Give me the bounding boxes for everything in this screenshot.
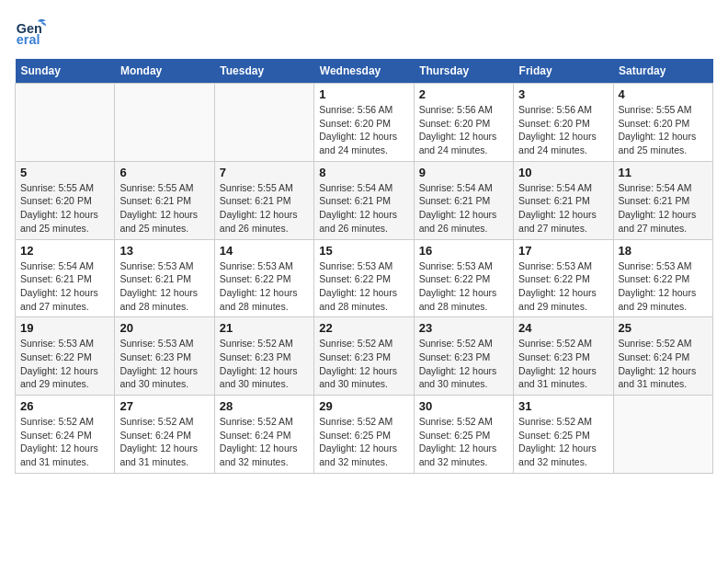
page-header: Gen eral	[15, 15, 713, 48]
day-info: Sunrise: 5:53 AM Sunset: 6:22 PM Dayligh…	[518, 259, 608, 314]
day-info: Sunrise: 5:52 AM Sunset: 6:23 PM Dayligh…	[419, 337, 508, 391]
day-number: 16	[419, 244, 508, 258]
calendar-cell: 26Sunrise: 5:52 AM Sunset: 6:24 PM Dayli…	[16, 396, 115, 474]
calendar-cell: 28Sunrise: 5:52 AM Sunset: 6:24 PM Dayli…	[214, 396, 313, 474]
day-info: Sunrise: 5:52 AM Sunset: 6:23 PM Dayligh…	[518, 337, 608, 391]
calendar-cell: 30Sunrise: 5:52 AM Sunset: 6:25 PM Dayli…	[414, 396, 513, 474]
logo: Gen eral	[15, 15, 50, 48]
calendar-cell: 23Sunrise: 5:52 AM Sunset: 6:23 PM Dayli…	[414, 317, 513, 396]
day-info: Sunrise: 5:56 AM Sunset: 6:20 PM Dayligh…	[319, 103, 408, 157]
col-monday: Monday	[115, 59, 214, 84]
calendar-cell: 25Sunrise: 5:52 AM Sunset: 6:24 PM Dayli…	[613, 317, 712, 396]
day-number: 29	[319, 399, 408, 413]
day-info: Sunrise: 5:55 AM Sunset: 6:20 PM Dayligh…	[20, 181, 109, 236]
day-number: 24	[518, 321, 608, 335]
day-number: 12	[20, 244, 109, 258]
calendar-cell: 18Sunrise: 5:53 AM Sunset: 6:22 PM Dayli…	[613, 239, 712, 317]
day-number: 19	[20, 321, 109, 335]
logo-icon: Gen eral	[15, 15, 48, 48]
day-number: 3	[518, 87, 608, 101]
calendar-cell: 19Sunrise: 5:53 AM Sunset: 6:22 PM Dayli…	[16, 317, 115, 396]
day-info: Sunrise: 5:52 AM Sunset: 6:24 PM Dayligh…	[20, 415, 109, 469]
day-info: Sunrise: 5:52 AM Sunset: 6:23 PM Dayligh…	[319, 337, 408, 391]
day-info: Sunrise: 5:55 AM Sunset: 6:20 PM Dayligh…	[619, 103, 708, 157]
col-tuesday: Tuesday	[214, 59, 313, 84]
day-number: 1	[319, 87, 408, 101]
day-number: 10	[518, 166, 608, 179]
day-info: Sunrise: 5:54 AM Sunset: 6:21 PM Dayligh…	[518, 181, 608, 236]
day-number: 9	[419, 166, 508, 179]
day-info: Sunrise: 5:52 AM Sunset: 6:23 PM Dayligh…	[220, 337, 309, 391]
calendar-cell: 4Sunrise: 5:55 AM Sunset: 6:20 PM Daylig…	[613, 84, 712, 162]
day-number: 22	[319, 321, 408, 335]
col-thursday: Thursday	[414, 59, 513, 84]
week-row-1: 1Sunrise: 5:56 AM Sunset: 6:20 PM Daylig…	[16, 84, 713, 162]
day-info: Sunrise: 5:54 AM Sunset: 6:21 PM Dayligh…	[319, 181, 408, 236]
day-number: 8	[319, 166, 408, 179]
day-info: Sunrise: 5:53 AM Sunset: 6:21 PM Dayligh…	[119, 259, 209, 314]
day-info: Sunrise: 5:52 AM Sunset: 6:25 PM Dayligh…	[419, 415, 508, 469]
calendar-table: Sunday Monday Tuesday Wednesday Thursday…	[15, 59, 713, 474]
weekday-header-row: Sunday Monday Tuesday Wednesday Thursday…	[16, 59, 713, 84]
day-number: 2	[419, 87, 508, 101]
day-info: Sunrise: 5:52 AM Sunset: 6:25 PM Dayligh…	[518, 415, 608, 469]
calendar-cell: 12Sunrise: 5:54 AM Sunset: 6:21 PM Dayli…	[16, 239, 115, 317]
calendar-cell: 17Sunrise: 5:53 AM Sunset: 6:22 PM Dayli…	[514, 239, 613, 317]
calendar-cell: 20Sunrise: 5:53 AM Sunset: 6:23 PM Dayli…	[115, 317, 214, 396]
calendar-cell: 22Sunrise: 5:52 AM Sunset: 6:23 PM Dayli…	[314, 317, 414, 396]
calendar-cell: 5Sunrise: 5:55 AM Sunset: 6:20 PM Daylig…	[16, 161, 115, 239]
calendar-cell: 10Sunrise: 5:54 AM Sunset: 6:21 PM Dayli…	[514, 161, 613, 239]
calendar-cell	[613, 396, 712, 474]
day-number: 25	[619, 321, 708, 335]
week-row-2: 5Sunrise: 5:55 AM Sunset: 6:20 PM Daylig…	[16, 161, 713, 239]
col-friday: Friday	[514, 59, 613, 84]
day-info: Sunrise: 5:55 AM Sunset: 6:21 PM Dayligh…	[119, 181, 209, 236]
col-saturday: Saturday	[613, 59, 712, 84]
week-row-4: 19Sunrise: 5:53 AM Sunset: 6:22 PM Dayli…	[16, 317, 713, 396]
day-number: 6	[119, 166, 209, 179]
day-info: Sunrise: 5:53 AM Sunset: 6:22 PM Dayligh…	[20, 337, 109, 391]
week-row-3: 12Sunrise: 5:54 AM Sunset: 6:21 PM Dayli…	[16, 239, 713, 317]
calendar-cell: 3Sunrise: 5:56 AM Sunset: 6:20 PM Daylig…	[514, 84, 613, 162]
day-info: Sunrise: 5:54 AM Sunset: 6:21 PM Dayligh…	[619, 181, 708, 236]
day-number: 27	[119, 399, 209, 413]
calendar-cell: 8Sunrise: 5:54 AM Sunset: 6:21 PM Daylig…	[314, 161, 414, 239]
calendar-cell: 29Sunrise: 5:52 AM Sunset: 6:25 PM Dayli…	[314, 396, 414, 474]
day-number: 31	[518, 399, 608, 413]
week-row-5: 26Sunrise: 5:52 AM Sunset: 6:24 PM Dayli…	[16, 396, 713, 474]
day-info: Sunrise: 5:54 AM Sunset: 6:21 PM Dayligh…	[20, 259, 109, 314]
calendar-cell: 24Sunrise: 5:52 AM Sunset: 6:23 PM Dayli…	[514, 317, 613, 396]
day-number: 13	[119, 244, 209, 258]
calendar-cell: 21Sunrise: 5:52 AM Sunset: 6:23 PM Dayli…	[214, 317, 313, 396]
day-number: 26	[20, 399, 109, 413]
calendar-cell	[16, 84, 115, 162]
calendar-cell: 31Sunrise: 5:52 AM Sunset: 6:25 PM Dayli…	[514, 396, 613, 474]
calendar-cell: 14Sunrise: 5:53 AM Sunset: 6:22 PM Dayli…	[214, 239, 313, 317]
day-info: Sunrise: 5:53 AM Sunset: 6:22 PM Dayligh…	[619, 259, 708, 314]
col-sunday: Sunday	[16, 59, 115, 84]
day-number: 23	[419, 321, 508, 335]
day-info: Sunrise: 5:53 AM Sunset: 6:23 PM Dayligh…	[119, 337, 209, 391]
day-number: 30	[419, 399, 508, 413]
day-info: Sunrise: 5:52 AM Sunset: 6:24 PM Dayligh…	[619, 337, 708, 391]
day-number: 17	[518, 244, 608, 258]
calendar-cell: 1Sunrise: 5:56 AM Sunset: 6:20 PM Daylig…	[314, 84, 414, 162]
day-number: 15	[319, 244, 408, 258]
day-info: Sunrise: 5:52 AM Sunset: 6:24 PM Dayligh…	[119, 415, 209, 469]
day-info: Sunrise: 5:52 AM Sunset: 6:25 PM Dayligh…	[319, 415, 408, 469]
day-number: 20	[119, 321, 209, 335]
day-number: 7	[220, 166, 309, 179]
calendar-cell	[214, 84, 313, 162]
calendar-cell: 11Sunrise: 5:54 AM Sunset: 6:21 PM Dayli…	[613, 161, 712, 239]
day-number: 14	[220, 244, 309, 258]
day-number: 5	[20, 166, 109, 179]
calendar-cell: 27Sunrise: 5:52 AM Sunset: 6:24 PM Dayli…	[115, 396, 214, 474]
day-info: Sunrise: 5:56 AM Sunset: 6:20 PM Dayligh…	[518, 103, 608, 157]
calendar-cell: 15Sunrise: 5:53 AM Sunset: 6:22 PM Dayli…	[314, 239, 414, 317]
day-info: Sunrise: 5:55 AM Sunset: 6:21 PM Dayligh…	[220, 181, 309, 236]
calendar-cell: 16Sunrise: 5:53 AM Sunset: 6:22 PM Dayli…	[414, 239, 513, 317]
day-info: Sunrise: 5:52 AM Sunset: 6:24 PM Dayligh…	[220, 415, 309, 469]
day-info: Sunrise: 5:53 AM Sunset: 6:22 PM Dayligh…	[419, 259, 508, 314]
calendar-cell: 9Sunrise: 5:54 AM Sunset: 6:21 PM Daylig…	[414, 161, 513, 239]
day-number: 11	[619, 166, 708, 179]
